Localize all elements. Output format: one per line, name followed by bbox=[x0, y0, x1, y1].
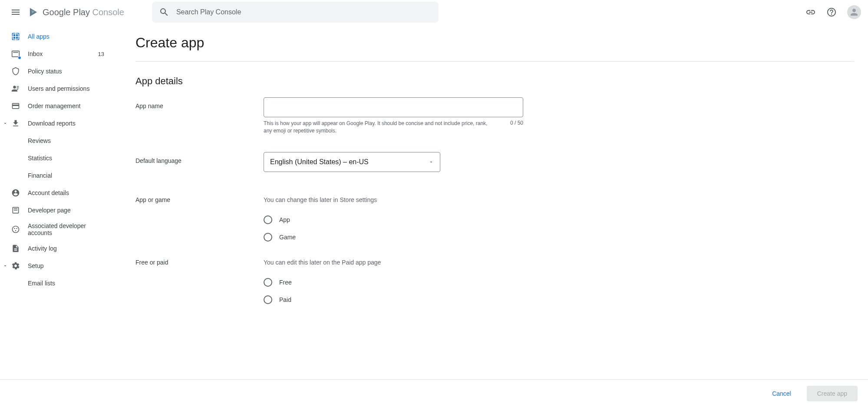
radio-icon bbox=[264, 233, 272, 242]
sidebar-item-order-management[interactable]: Order management bbox=[0, 97, 115, 115]
sidebar-item-label: Developer page bbox=[28, 207, 104, 214]
sidebar-item-label: Account details bbox=[28, 189, 104, 196]
sidebar-item-policy-status[interactable]: Policy status bbox=[0, 63, 115, 80]
default-language-select[interactable]: English (United States) – en-US bbox=[264, 152, 440, 172]
chevron-down-icon bbox=[2, 120, 9, 127]
sidebar-item-users-permissions[interactable]: Users and permissions bbox=[0, 80, 115, 97]
download-icon bbox=[10, 118, 21, 129]
sidebar-item-setup[interactable]: Setup bbox=[0, 257, 115, 275]
sidebar-item-inbox[interactable]: Inbox 13 bbox=[0, 45, 115, 63]
radio-label: Paid bbox=[279, 296, 291, 303]
sidebar-item-label: Order management bbox=[28, 103, 104, 109]
app-or-game-helper: You can change this later in Store setti… bbox=[264, 196, 377, 203]
select-value: English (United States) – en-US bbox=[270, 158, 369, 166]
sidebar-item-label: Reviews bbox=[28, 137, 104, 144]
radio-game[interactable]: Game bbox=[264, 233, 377, 242]
radio-icon bbox=[264, 278, 272, 287]
sidebar-item-associated-accounts[interactable]: Associated developer accounts bbox=[0, 219, 115, 240]
inbox-icon bbox=[10, 49, 21, 59]
sidebar-item-label: Email lists bbox=[28, 280, 104, 287]
field-app-name: App name This is how your app will appea… bbox=[135, 97, 854, 135]
main-content: Create app App details App name This is … bbox=[122, 24, 868, 379]
field-free-or-paid: Free or paid You can edit this later on … bbox=[135, 259, 854, 304]
logo-text: Google Play Console bbox=[43, 7, 124, 17]
sidebar-item-activity-log[interactable]: Activity log bbox=[0, 240, 115, 257]
sidebar-item-label: Statistics bbox=[28, 155, 104, 162]
link-icon bbox=[805, 7, 816, 17]
link-button[interactable] bbox=[802, 3, 819, 21]
gear-icon bbox=[10, 261, 21, 271]
app-name-label: App name bbox=[135, 97, 264, 109]
radio-label: App bbox=[279, 216, 290, 223]
cancel-button[interactable]: Cancel bbox=[762, 386, 802, 401]
radio-icon bbox=[264, 295, 272, 304]
sidebar-item-label: Financial bbox=[28, 172, 104, 179]
sidebar-item-statistics[interactable]: Statistics bbox=[0, 149, 115, 167]
search-input[interactable] bbox=[176, 8, 432, 16]
page-title: Create app bbox=[135, 35, 854, 62]
sidebar-item-financial[interactable]: Financial bbox=[0, 167, 115, 184]
sidebar-item-label: Setup bbox=[28, 262, 104, 269]
sidebar-item-developer-page[interactable]: Developer page bbox=[0, 202, 115, 219]
apps-icon bbox=[10, 31, 21, 42]
chevron-down-icon bbox=[2, 262, 9, 269]
app-name-input[interactable] bbox=[264, 97, 523, 117]
sidebar-item-all-apps[interactable]: All apps bbox=[0, 28, 115, 45]
field-default-language: Default language English (United States)… bbox=[135, 152, 854, 172]
users-icon bbox=[10, 83, 21, 94]
footer: Cancel Create app bbox=[0, 379, 868, 407]
sidebar-item-label: Associated developer accounts bbox=[28, 222, 104, 236]
app-name-helper: This is how your app will appear on Goog… bbox=[264, 120, 489, 135]
sidebar-item-label: Activity log bbox=[28, 245, 104, 252]
inbox-count: 13 bbox=[98, 51, 104, 57]
radio-app[interactable]: App bbox=[264, 215, 377, 224]
sidebar-item-label: Download reports bbox=[28, 120, 104, 127]
sidebar-item-reviews[interactable]: Reviews bbox=[0, 132, 115, 149]
sidebar-item-label: Users and permissions bbox=[28, 85, 104, 92]
associated-icon bbox=[10, 224, 21, 235]
card-icon bbox=[10, 101, 21, 111]
section-title: App details bbox=[135, 76, 854, 87]
app-name-count: 0 / 50 bbox=[503, 120, 523, 135]
free-or-paid-label: Free or paid bbox=[135, 259, 264, 266]
help-icon bbox=[826, 7, 837, 17]
radio-free[interactable]: Free bbox=[264, 278, 381, 287]
chevron-down-icon bbox=[429, 159, 434, 165]
free-or-paid-helper: You can edit this later on the Paid app … bbox=[264, 259, 381, 266]
app-or-game-label: App or game bbox=[135, 196, 264, 203]
person-icon bbox=[849, 7, 859, 17]
play-logo-icon bbox=[28, 7, 39, 18]
sidebar-item-account-details[interactable]: Account details bbox=[0, 184, 115, 202]
shield-icon bbox=[10, 66, 21, 76]
sidebar-item-email-lists[interactable]: Email lists bbox=[0, 275, 115, 292]
menu-icon bbox=[10, 7, 21, 17]
header: Google Play Console bbox=[0, 0, 868, 24]
page-icon bbox=[10, 205, 21, 215]
search-icon bbox=[159, 7, 169, 17]
header-actions bbox=[802, 3, 865, 21]
log-icon bbox=[10, 243, 21, 254]
help-button[interactable] bbox=[823, 3, 840, 21]
sidebar: All apps Inbox 13 Policy status Users an… bbox=[0, 24, 122, 379]
menu-button[interactable] bbox=[5, 2, 26, 23]
sidebar-item-download-reports[interactable]: Download reports bbox=[0, 115, 115, 132]
radio-label: Game bbox=[279, 234, 296, 241]
radio-label: Free bbox=[279, 279, 292, 286]
avatar[interactable] bbox=[847, 5, 861, 19]
sidebar-item-label: Policy status bbox=[28, 68, 104, 75]
search-bar[interactable] bbox=[152, 2, 439, 23]
account-icon bbox=[10, 188, 21, 198]
sidebar-item-label: Inbox bbox=[28, 50, 98, 57]
logo[interactable]: Google Play Console bbox=[28, 7, 124, 18]
create-app-button[interactable]: Create app bbox=[807, 386, 858, 401]
field-app-or-game: App or game You can change this later in… bbox=[135, 196, 854, 242]
radio-paid[interactable]: Paid bbox=[264, 295, 381, 304]
sidebar-item-label: All apps bbox=[28, 33, 104, 40]
default-language-label: Default language bbox=[135, 152, 264, 164]
radio-icon bbox=[264, 215, 272, 224]
